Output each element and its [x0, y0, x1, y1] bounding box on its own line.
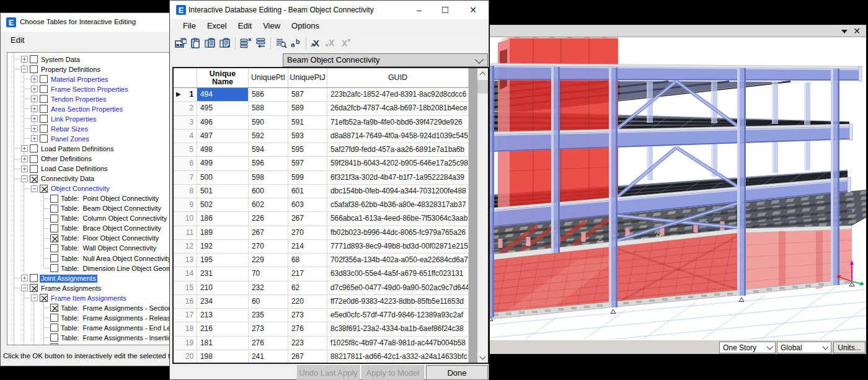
tree-item[interactable]: Load Pattern Definitions: [7, 144, 172, 154]
tree-checkbox[interactable]: [50, 195, 58, 203]
excel-import-icon[interactable]: X: [324, 37, 338, 50]
close-button[interactable]: ✕: [463, 1, 484, 19]
tree-expander-plus[interactable]: [21, 56, 28, 63]
replace-cb-icon[interactable]: cb: [289, 37, 303, 50]
grid-cell[interactable]: 210: [197, 281, 249, 295]
undo-last-apply-button[interactable]: Undo Last Apply: [297, 365, 360, 380]
grid-col-header[interactable]: UniquePtJ: [288, 68, 327, 88]
tree-item[interactable]: Connectivity Data: [7, 174, 172, 184]
done-button[interactable]: Done: [426, 365, 488, 380]
tree-checkbox-checked[interactable]: [40, 185, 48, 193]
tree-expander-plus[interactable]: [31, 86, 38, 92]
grid-cell[interactable]: 8c38f691-23a2-4334-ba1b-6aef86f24c38: [327, 322, 469, 336]
tree-item-label[interactable]: System Data: [40, 56, 81, 64]
grid-cell[interactable]: 494: [197, 88, 249, 102]
tree-item[interactable]: Panel Zones: [7, 134, 172, 144]
grid-cell[interactable]: 241: [249, 350, 288, 364]
tree-item-label[interactable]: Link Properties: [50, 115, 97, 123]
grid-cell[interactable]: 70: [249, 267, 288, 281]
tree-item-label[interactable]: Table: Brace Object Connectivity: [60, 224, 162, 232]
interactive-db-titlebar[interactable]: E Interactive Database Editing - Beam Ob…: [170, 1, 489, 19]
tree-expander-plus[interactable]: [31, 76, 38, 82]
move-rows-icon[interactable]: [254, 37, 267, 50]
tree-expander-minus[interactable]: [21, 285, 28, 291]
tree-item-label[interactable]: Table: Point Object Connectivity: [60, 195, 160, 203]
grid-cell[interactable]: e5ed0cfc-57df-477d-9846-12389a93c2af: [327, 309, 469, 322]
tree-checkbox[interactable]: [50, 254, 58, 262]
tree-item[interactable]: Table: Wall Object Connectivity: [7, 244, 172, 254]
grid-cell[interactable]: 231: [197, 267, 249, 281]
tree-item-label[interactable]: Property Definitions: [40, 66, 102, 74]
paste-append-icon[interactable]: [218, 37, 232, 50]
grid-row-header[interactable]: ▶1: [174, 88, 197, 102]
menu-excel[interactable]: Excel: [202, 19, 232, 33]
tree-item[interactable]: Joint Assignments: [7, 273, 172, 283]
tree-item[interactable]: Other Definitions: [7, 154, 172, 164]
grid-row-header[interactable]: 18: [174, 322, 197, 336]
grid-cell[interactable]: 60: [249, 295, 288, 309]
tree-item-label[interactable]: Table: Null Area Object Connectivity: [60, 255, 172, 263]
find-icon[interactable]: [274, 37, 288, 50]
tree-expander-minus[interactable]: [21, 175, 28, 182]
grid-row-header[interactable]: 14: [174, 267, 197, 281]
grid-cell[interactable]: 593: [288, 130, 327, 143]
grid-cell[interactable]: 597: [288, 157, 327, 170]
grid-cell[interactable]: 192: [197, 240, 249, 254]
grid-cell[interactable]: 181: [197, 337, 249, 350]
model-view-titlebar[interactable]: ✕: [490, 25, 866, 37]
tree-item-label[interactable]: Table: Dimension Line Object Geometry: [60, 265, 172, 273]
grid-cell[interactable]: 214: [288, 240, 327, 254]
tree-item[interactable]: Table: Frame Assignments -: [7, 343, 172, 345]
grid-cell[interactable]: 270: [288, 226, 327, 240]
tree-expander-plus[interactable]: [31, 95, 38, 102]
grid-cell[interactable]: 62: [288, 281, 327, 295]
tree-checkbox[interactable]: [50, 264, 58, 272]
grid-cell[interactable]: 6f321f3a-302d-4b47-b1f7-1a9522284a39: [327, 171, 469, 185]
tree-item-label[interactable]: Table: Frame Assignments - End Leng: [60, 324, 172, 332]
tree-item[interactable]: Table: Dimension Line Object Geometry: [7, 263, 172, 273]
grid-cell[interactable]: 235: [249, 309, 288, 322]
tree-item[interactable]: Table: Column Object Connectivity: [7, 214, 172, 224]
grid-cell[interactable]: 63d83c00-55e4-4a5f-a679-651ffc023131: [327, 267, 469, 281]
grid-cell[interactable]: 502: [197, 198, 249, 212]
grid-row-header[interactable]: 8: [174, 185, 197, 198]
tree-item[interactable]: Table: Brace Object Connectivity: [7, 224, 172, 234]
tree-item[interactable]: Link Properties: [7, 114, 172, 124]
grid-cell[interactable]: 598: [249, 171, 288, 185]
add-table-icon[interactable]: [174, 37, 187, 50]
grid-cell[interactable]: 267: [288, 212, 327, 226]
grid-row-header[interactable]: 3: [174, 116, 197, 130]
apply-to-model-button[interactable]: Apply to Model: [361, 365, 424, 380]
tree-item-label[interactable]: Object Connectivity: [50, 185, 111, 193]
grid-cell[interactable]: 596: [249, 157, 288, 170]
tree-item[interactable]: Frame Section Properties: [7, 84, 172, 94]
grid-cell[interactable]: 566abca1-613a-4eed-86be-7f53064c3aab: [327, 212, 469, 226]
grid-cell[interactable]: 587: [288, 88, 327, 102]
grid-cell[interactable]: 276: [288, 322, 327, 336]
model-3d-viewport[interactable]: [490, 37, 866, 340]
grid-cell[interactable]: 501: [197, 185, 249, 198]
tree-expander-plus[interactable]: [21, 156, 28, 162]
tree-item-label[interactable]: Load Case Definitions: [40, 165, 109, 173]
grid-cell[interactable]: 68: [288, 254, 327, 267]
grid-cell[interactable]: 226: [249, 212, 288, 226]
grid-col-header[interactable]: Unique Name: [197, 68, 249, 88]
grid-row-header[interactable]: 10: [174, 212, 197, 226]
tree-checkbox[interactable]: [50, 324, 58, 332]
tree-item-label[interactable]: Table: Frame Assignments - Section Pr: [60, 304, 172, 312]
story-selector-dropdown[interactable]: One Story: [719, 342, 776, 353]
tree-item-label[interactable]: Table: Wall Object Connectivity: [60, 244, 157, 252]
grid-cell[interactable]: 273: [249, 322, 288, 336]
grid-cell[interactable]: 276: [249, 337, 288, 350]
tree-item-label[interactable]: Table: Column Object Connectivity: [60, 214, 168, 223]
grid-row-header[interactable]: 15: [174, 281, 197, 295]
tree-checkbox[interactable]: [40, 75, 48, 83]
grid-cell[interactable]: 198: [197, 350, 249, 364]
tree-item[interactable]: Table: Beam Object Connectivity: [7, 204, 172, 214]
excel-export-icon[interactable]: X: [309, 37, 323, 50]
grid-cell[interactable]: f1025f8c-4b97-47a8-981d-ac447b004b58: [327, 337, 469, 350]
grid-cell[interactable]: 59f2841b-6043-4202-b905-646e17a25c98: [327, 157, 469, 170]
table-selector-dropdown[interactable]: Beam Object Connectivity: [283, 53, 488, 67]
tree-checkbox[interactable]: [40, 95, 48, 103]
tree-item[interactable]: Frame Item Assignments: [7, 293, 172, 303]
